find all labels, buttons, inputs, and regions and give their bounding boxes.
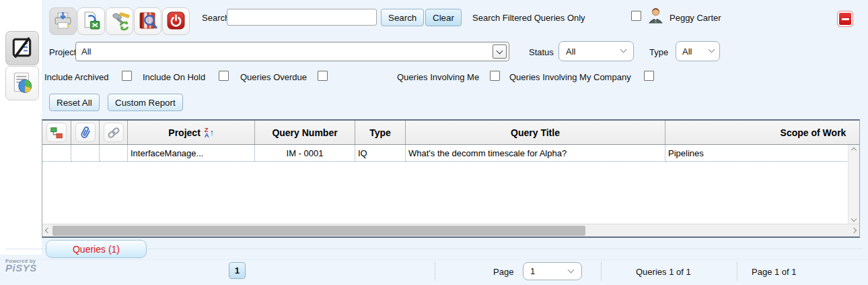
status-label: Status	[529, 47, 554, 57]
include-on-hold-label: Include On Hold	[143, 72, 205, 82]
vertical-scrollbar[interactable]	[848, 145, 859, 225]
export-excel-button[interactable]	[77, 7, 105, 35]
queries-involving-me-checkbox[interactable]	[490, 71, 500, 81]
queries-involving-company-checkbox[interactable]	[644, 71, 654, 81]
pisys-logo: PiSYS	[5, 265, 37, 272]
notepad-pen-icon	[10, 35, 34, 61]
statusbar-separator	[601, 262, 602, 280]
powered-by-logo: Powered by PiSYS	[5, 258, 37, 272]
find-saved-search-button[interactable]	[134, 7, 161, 35]
attachment-column-header[interactable]	[71, 121, 100, 144]
row-hierarchy-cell	[42, 145, 71, 162]
column-header-query-number[interactable]: Query Number	[255, 121, 355, 144]
paperclip-icon	[75, 123, 96, 142]
chevron-down-icon	[568, 267, 575, 274]
queries-overdue-label: Queries Overdue	[240, 72, 307, 82]
scroll-up-icon[interactable]	[851, 148, 857, 153]
project-label: Project	[49, 47, 76, 57]
hierarchy-column-header[interactable]	[42, 121, 71, 144]
chevron-down-icon[interactable]	[493, 44, 507, 59]
sort-ascending-icon: Z A	[205, 127, 209, 137]
link-column-header[interactable]	[100, 121, 128, 144]
project-select[interactable]: All	[75, 42, 509, 61]
column-header-scope-of-work[interactable]: Scope of Work	[665, 121, 860, 144]
project-select-value: All	[81, 46, 91, 57]
queries-involving-me-label: Queries Involving Me	[397, 72, 479, 82]
scroll-right-icon[interactable]	[851, 228, 857, 233]
include-archived-label: Include Archived	[44, 72, 108, 82]
type-select-value: All	[682, 46, 692, 57]
row-attachment-cell	[71, 145, 100, 162]
book-magnifier-icon	[137, 10, 158, 33]
row-project-cell: InterfaceManage...	[128, 145, 255, 162]
table-row[interactable]: InterfaceManage... IM - 0001 IQ What's t…	[42, 145, 860, 162]
logout-power-button[interactable]	[162, 7, 190, 35]
scroll-left-icon[interactable]	[45, 228, 50, 233]
power-icon	[166, 10, 186, 33]
search-button[interactable]: Search	[381, 9, 424, 26]
type-label: Type	[649, 47, 668, 57]
queries-overdue-checkbox[interactable]	[318, 71, 328, 81]
page-select-value: 1	[530, 266, 535, 276]
page-number-button[interactable]: 1	[229, 262, 246, 279]
collapse-panel-button[interactable]	[837, 11, 853, 27]
printer-icon	[52, 10, 73, 33]
report-pie-icon	[10, 70, 34, 96]
user-icon	[647, 6, 665, 26]
include-archived-checkbox[interactable]	[122, 71, 132, 81]
sort-arrow-icon: ↑	[210, 128, 214, 137]
horizontal-scrollbar[interactable]	[42, 224, 859, 236]
link-icon	[104, 123, 124, 142]
status-bar	[0, 259, 868, 285]
hierarchy-icon	[46, 123, 67, 142]
queries-count-text: Queries 1 of 1	[636, 267, 691, 277]
include-on-hold-checkbox[interactable]	[219, 71, 229, 81]
sidebar-item-queries[interactable]	[5, 31, 39, 65]
scrollbar-thumb[interactable]	[52, 226, 585, 236]
page-count-text: Page 1 of 1	[752, 267, 797, 277]
column-header-query-title[interactable]: Query Title	[406, 121, 665, 144]
custom-report-button[interactable]: Custom Report	[108, 94, 183, 111]
search-label: Search	[202, 13, 229, 23]
filtered-only-label: Search Filtered Queries Only	[472, 13, 585, 23]
status-select-value: All	[566, 46, 575, 57]
user-name: Peggy Carter	[670, 13, 721, 23]
page-select[interactable]: 1	[523, 262, 582, 280]
queries-table: Project Z A ↑ Query Number Type Query Ti…	[42, 119, 860, 238]
print-button[interactable]	[49, 7, 77, 35]
app-window: Search Search Clear Search Filtered Quer…	[0, 0, 868, 285]
column-header-project[interactable]: Project Z A ↑	[128, 121, 255, 144]
chevron-down-icon	[709, 46, 715, 53]
reset-all-button[interactable]: Reset All	[49, 94, 100, 111]
tools-refresh-button[interactable]	[106, 7, 133, 35]
row-scope-of-work-cell: Pipelines	[665, 145, 860, 162]
filtered-only-checkbox[interactable]	[631, 11, 641, 21]
collapse-minus-icon	[842, 18, 849, 20]
table-header-row: Project Z A ↑ Query Number Type Query Ti…	[42, 121, 860, 145]
row-query-number-cell: IM - 0001	[255, 145, 355, 162]
row-type-cell: IQ	[355, 145, 406, 162]
chevron-down-icon	[620, 46, 627, 53]
column-header-type[interactable]: Type	[355, 121, 406, 144]
statusbar-separator	[737, 262, 737, 280]
search-input[interactable]	[227, 9, 377, 26]
type-select[interactable]: All	[676, 41, 720, 61]
tools-refresh-icon	[109, 9, 131, 33]
tab-queries[interactable]: Queries (1)	[46, 240, 147, 258]
status-select[interactable]: All	[558, 41, 634, 61]
row-link-cell	[100, 145, 128, 162]
export-excel-icon	[81, 10, 102, 33]
clear-button[interactable]: Clear	[425, 9, 462, 26]
statusbar-separator	[435, 262, 435, 280]
queries-involving-company-label: Queries Involving My Company	[509, 72, 631, 82]
scroll-down-icon[interactable]	[851, 216, 857, 222]
sidebar-item-reports[interactable]	[5, 66, 39, 100]
row-query-title-cell: What's the decomm timescale for Alpha?	[406, 145, 665, 162]
page-select-label: Page	[493, 267, 513, 277]
